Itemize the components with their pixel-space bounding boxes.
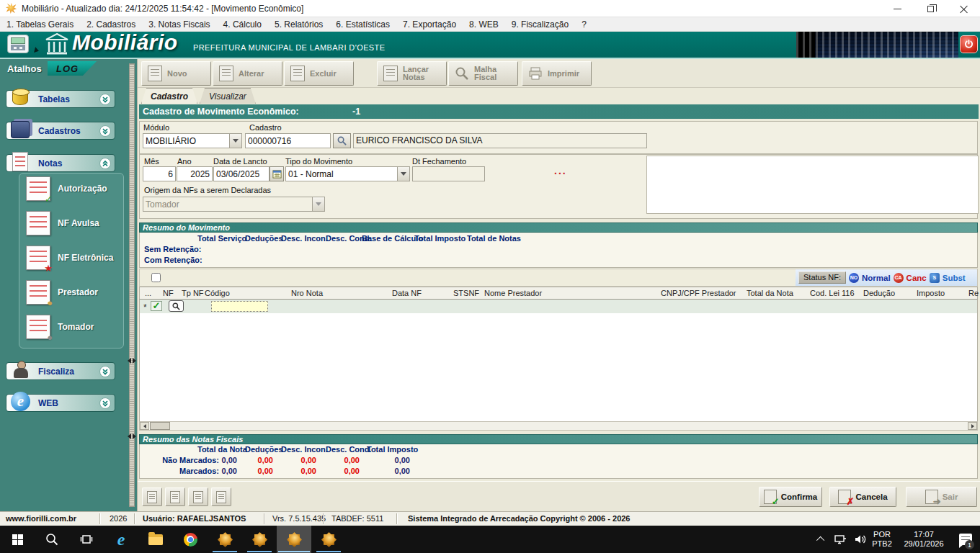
tipo-movimento-select[interactable]: 01 - Normal: [285, 166, 410, 181]
taskbar-fiorilli-app-3-active[interactable]: [277, 526, 311, 553]
internet-explorer-icon: e: [117, 531, 125, 547]
delete-record-icon: [290, 66, 305, 81]
language-indicator[interactable]: POR PTB2: [868, 526, 896, 553]
power-button[interactable]: [960, 35, 978, 53]
sidebar-item-autorizacao[interactable]: ✓ Autorização: [26, 174, 120, 203]
sidebar-group-fiscaliza[interactable]: Fiscaliza: [6, 362, 115, 380]
menu-calculo[interactable]: 4. Cálculo: [217, 18, 268, 31]
menu-estatisticas[interactable]: 6. Estatísticas: [329, 18, 396, 31]
scrollbar-thumb[interactable]: [150, 422, 170, 430]
action-center-button[interactable]: 1: [951, 526, 980, 553]
chevron-down-icon[interactable]: [229, 134, 241, 148]
taskbar-search-button[interactable]: [35, 526, 69, 553]
calculator-icon[interactable]: [7, 35, 29, 53]
gcol-re: Re: [968, 289, 979, 297]
taskbar-explorer-button[interactable]: [138, 526, 173, 553]
sidebar-splitter[interactable]: [127, 59, 137, 511]
menu-relatorios[interactable]: 5. Relatórios: [268, 18, 329, 31]
sidebar-group-tabelas[interactable]: Tabelas: [6, 90, 115, 108]
splitter-collapse-arrows[interactable]: [128, 358, 136, 364]
network-tray-icon[interactable]: [830, 526, 850, 553]
sidebar-item-nf-eletronica[interactable]: ★ NF Eletrônica: [26, 243, 120, 272]
menu-fiscalizacao[interactable]: 9. Fiscalização: [505, 18, 575, 31]
menu-help[interactable]: ?: [575, 18, 593, 31]
record-next-button[interactable]: [188, 487, 208, 506]
cadastro-input[interactable]: [245, 133, 331, 148]
calendar-button[interactable]: [270, 166, 284, 181]
chevron-down-icon: [312, 197, 324, 211]
excluir-button[interactable]: Excluir: [284, 61, 354, 86]
record-prev-button[interactable]: [165, 487, 185, 506]
taskbar-fiorilli-app-4[interactable]: [311, 526, 346, 553]
novo-button[interactable]: Novo: [141, 61, 211, 86]
gcol-data-nf: Data NF: [392, 289, 422, 297]
log-badge[interactable]: LOG: [48, 61, 97, 76]
gcol-cod-lei: Cod. Lei 116: [810, 289, 855, 297]
sidebar-group-cadastros[interactable]: Cadastros: [6, 122, 115, 140]
sidebar-item-nf-avulsa[interactable]: NF Avulsa: [26, 209, 120, 238]
sidebar-group-web[interactable]: e WEB: [6, 394, 115, 412]
search-icon: [45, 533, 58, 546]
row-check-icon[interactable]: ✓: [151, 301, 162, 311]
clock[interactable]: 17:07 29/01/2026: [898, 526, 950, 553]
observacoes-box[interactable]: [646, 156, 979, 214]
chevron-down-icon[interactable]: [99, 397, 111, 409]
taskbar-chrome-button[interactable]: [173, 526, 208, 553]
imprimir-button[interactable]: Imprimir: [522, 61, 592, 86]
marcados-deducoes: 0,00: [230, 467, 273, 475]
cancela-button[interactable]: ✗ Cancela: [829, 487, 896, 507]
new-row-marker: *: [143, 302, 147, 313]
close-button[interactable]: [947, 0, 980, 17]
sair-button[interactable]: ➜ Sair: [906, 487, 977, 507]
ano-input[interactable]: [177, 166, 213, 181]
chevron-down-icon[interactable]: [99, 125, 111, 137]
cadastro-search-button[interactable]: [333, 133, 351, 148]
tray-expand-button[interactable]: [813, 526, 830, 553]
chevron-down-icon[interactable]: [99, 366, 111, 377]
tab-visualizar[interactable]: Visualizar: [200, 88, 256, 104]
splitter-rail[interactable]: [129, 63, 135, 507]
tab-cadastro[interactable]: Cadastro: [141, 88, 197, 104]
record-first-button[interactable]: [142, 487, 162, 506]
lancar-notas-button[interactable]: Lançar Notas: [377, 61, 447, 86]
restore-button[interactable]: [914, 0, 947, 17]
chevron-up-icon[interactable]: [99, 158, 111, 169]
origem-select[interactable]: Tomador: [143, 197, 325, 212]
grid-new-row[interactable]: * ✓: [139, 300, 978, 313]
mes-input[interactable]: [143, 166, 176, 181]
data-lancto-input[interactable]: [213, 166, 270, 181]
menu-exportacao[interactable]: 7. Exportação: [396, 18, 463, 31]
col-desc-incon: Desc. Incon.: [281, 234, 328, 243]
taskbar-fiorilli-app-2[interactable]: [242, 526, 277, 553]
confirma-button[interactable]: ✓ Confirma: [759, 487, 822, 507]
row-sem-retencao: Sem Retenção:: [144, 245, 201, 253]
start-button[interactable]: [0, 526, 35, 553]
modulo-select[interactable]: MOBILIÁRIO: [143, 133, 242, 148]
grid-horizontal-scrollbar[interactable]: [139, 421, 978, 431]
building-photo: [796, 32, 958, 58]
sidebar-item-prestador[interactable]: ● Prestador: [26, 278, 120, 307]
chevron-down-icon[interactable]: [397, 167, 409, 181]
task-view-button[interactable]: [69, 526, 104, 553]
notas-grid-body[interactable]: [139, 313, 978, 421]
taskbar-fiorilli-app-1[interactable]: [208, 526, 242, 553]
record-last-button[interactable]: [211, 487, 231, 506]
codigo-edit-cell[interactable]: [211, 301, 268, 312]
sidebar-group-notas[interactable]: Notas: [6, 154, 115, 172]
alterar-button[interactable]: Alterar: [213, 61, 282, 86]
minimize-button[interactable]: [881, 0, 914, 17]
splitter-collapse-arrows[interactable]: [128, 433, 136, 440]
sidebar-item-tomador[interactable]: ● Tomador: [26, 313, 120, 341]
menu-web[interactable]: 8. WEB: [463, 18, 505, 31]
menu-tabelas-gerais[interactable]: 1. Tabelas Gerais: [0, 18, 80, 31]
malha-fiscal-button[interactable]: Malha Fiscal: [448, 61, 518, 86]
row-search-button[interactable]: [169, 300, 184, 312]
select-all-checkbox[interactable]: [151, 273, 161, 282]
chevron-down-icon[interactable]: [99, 94, 111, 105]
menu-cadastros[interactable]: 2. Cadastros: [80, 18, 142, 31]
scroll-right-button[interactable]: [968, 422, 977, 430]
taskbar-ie-button[interactable]: e: [104, 526, 138, 553]
menu-notas-fiscais[interactable]: 3. Notas Fiscais: [142, 18, 216, 31]
contribuinte-nome-field: EURICO FRANCISCO DA SILVA: [353, 133, 647, 148]
scroll-left-button[interactable]: [140, 422, 149, 430]
